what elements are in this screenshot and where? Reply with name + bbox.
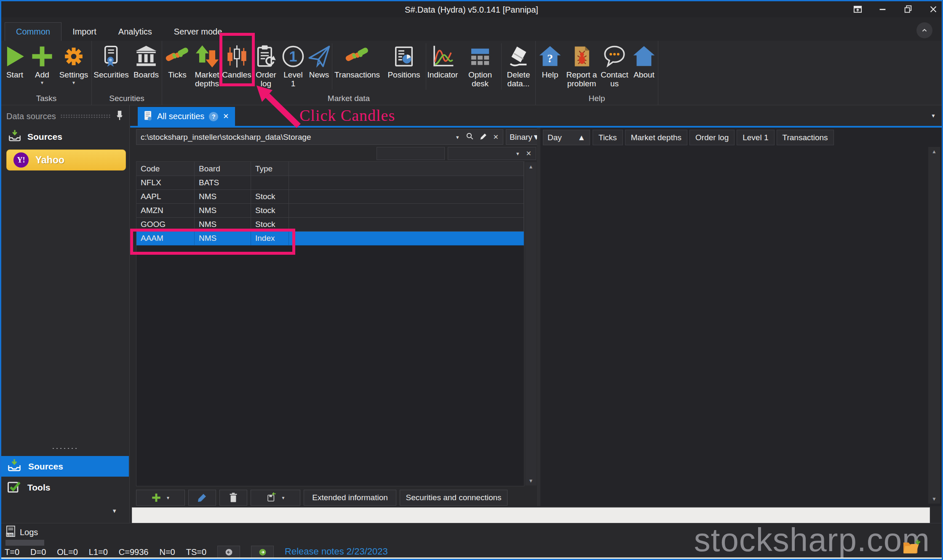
- ribbon-button-securities[interactable]: Securities: [92, 41, 131, 92]
- close-button[interactable]: [927, 4, 939, 15]
- logs-panel-header[interactable]: LOG Logs: [5, 525, 38, 539]
- ribbon-button-indicator[interactable]: Indicator: [426, 41, 459, 92]
- help-circle-icon[interactable]: ?: [209, 112, 218, 121]
- ribbon-button-option-desk[interactable]: Option desk: [459, 41, 501, 92]
- search-icon[interactable]: [466, 132, 474, 142]
- scroll-up-icon[interactable]: ▲: [529, 164, 534, 170]
- ribbon-button-label: Start: [6, 70, 23, 79]
- dropdown-arrow-icon[interactable]: ▼: [40, 80, 44, 85]
- securities-and-connections-button[interactable]: Securities and connections: [400, 490, 508, 506]
- extended-information-button[interactable]: Extended information: [304, 490, 396, 506]
- yahoo-source-button[interactable]: Y! Yahoo: [6, 149, 126, 171]
- restore-button[interactable]: [902, 4, 914, 15]
- candle-series-header-day[interactable]: Day ▲: [543, 130, 590, 145]
- table-row-aapl[interactable]: AAPLNMSStock: [136, 190, 524, 204]
- scroll-down-icon[interactable]: ▼: [529, 478, 534, 484]
- table-row-nflx[interactable]: NFLXBATS: [136, 176, 524, 190]
- column-header-type[interactable]: Type: [251, 162, 289, 176]
- add-security-button[interactable]: ▼: [136, 490, 185, 506]
- format-select[interactable]: Binary ▼: [506, 129, 540, 145]
- table-row-amzn[interactable]: AMZNNMSStock: [136, 204, 524, 218]
- ribbon-button-transactions[interactable]: Transactions: [332, 41, 382, 92]
- ribbon-button-about[interactable]: About: [630, 41, 658, 92]
- export-dropdown-icon[interactable]: ▼: [281, 496, 286, 500]
- panel-restore-icon[interactable]: [852, 4, 863, 15]
- clear-path-icon[interactable]: ✕: [493, 133, 499, 141]
- ribbon-tab-import[interactable]: Import: [61, 22, 107, 41]
- ribbon-button-delete-data[interactable]: Delete data...: [502, 41, 535, 92]
- filter-dropdown-icon[interactable]: ▼: [516, 151, 520, 156]
- scroll-back-button[interactable]: [217, 546, 240, 558]
- data-tab-order-log[interactable]: Order log: [689, 130, 735, 145]
- storage-path-input[interactable]: c:\stocksharp_insteller\stocksharp_data\…: [136, 129, 503, 145]
- export-button[interactable]: ▼: [251, 490, 300, 506]
- cell-type: Index: [251, 232, 289, 245]
- grid-vertical-scrollbar[interactable]: ▲ ▼: [525, 162, 537, 485]
- scroll-up-icon[interactable]: ▲: [932, 149, 937, 155]
- sidebar-nav-tools[interactable]: Tools: [1, 477, 129, 498]
- ribbon-button-report-a-problem[interactable]: Report a problem: [564, 41, 599, 92]
- play-icon: [3, 43, 27, 70]
- splitter-handle-dots[interactable]: [51, 447, 79, 450]
- sources-group-header[interactable]: Sources: [5, 127, 62, 147]
- pin-icon[interactable]: [115, 110, 124, 123]
- dropdown-arrow-icon[interactable]: ▼: [72, 80, 76, 85]
- pane-splitter[interactable]: [537, 128, 540, 506]
- window-controls: [852, 4, 939, 15]
- ribbon-button-order-log[interactable]: Order log: [252, 41, 280, 92]
- delete-security-button[interactable]: [219, 490, 247, 506]
- sources-group-label: Sources: [27, 132, 62, 142]
- log-file-icon: LOG: [5, 525, 16, 539]
- filter-input[interactable]: [377, 147, 445, 160]
- tabstrip-overflow-icon[interactable]: ▼: [931, 113, 936, 119]
- data-tab-ticks[interactable]: Ticks: [593, 130, 623, 145]
- cell-code: GOOG: [136, 218, 195, 232]
- ribbon-button-market-depths[interactable]: Market depths: [192, 41, 222, 92]
- table-row-aaam[interactable]: AAAMNMSIndex: [136, 232, 524, 245]
- scroll-forward-button[interactable]: [251, 546, 274, 558]
- table-row-goog[interactable]: GOOGNMSStock: [136, 218, 524, 232]
- column-header-board[interactable]: Board: [195, 162, 251, 176]
- ribbon-button-candles[interactable]: Candles: [222, 41, 252, 92]
- ribbon-button-positions[interactable]: Positions: [382, 41, 426, 92]
- ribbon-button-contact-us[interactable]: Contact us: [599, 41, 630, 92]
- ribbon-tab-analytics[interactable]: Analytics: [107, 22, 163, 41]
- open-folder-icon[interactable]: [902, 539, 921, 556]
- minimize-button[interactable]: [877, 4, 889, 15]
- column-header-code[interactable]: Code: [136, 162, 195, 176]
- scroll-down-icon[interactable]: ▼: [932, 496, 937, 502]
- ribbon-group-tasks: StartAdd▼Settings▼Tasks: [1, 41, 92, 105]
- ribbon-button-settings[interactable]: Settings▼: [56, 41, 91, 92]
- data-tab-level-1[interactable]: Level 1: [737, 130, 774, 145]
- path-dropdown-icon[interactable]: ▼: [455, 135, 460, 140]
- nav-collapse-row[interactable]: ▼: [1, 497, 129, 524]
- ribbon-button-level-1[interactable]: 1Level 1: [280, 41, 306, 92]
- filter-clear-icon[interactable]: ✕: [526, 149, 532, 157]
- ribbon-tab-common[interactable]: Common: [5, 22, 61, 41]
- ribbon-button-help[interactable]: ?Help: [536, 41, 564, 92]
- release-notes-link[interactable]: Release notes 2/23/2023: [285, 546, 388, 558]
- plus-icon: [30, 43, 54, 70]
- ribbon-collapse-button[interactable]: [916, 22, 932, 38]
- add-dropdown-icon[interactable]: ▼: [166, 496, 170, 500]
- edit-security-button[interactable]: [188, 490, 216, 506]
- ribbon-button-ticks[interactable]: Ticks: [162, 41, 192, 92]
- ribbon-tab-server-mode[interactable]: Server mode: [163, 22, 233, 41]
- panel-vertical-scrollbar[interactable]: ▲ ▼: [928, 147, 940, 504]
- sort-ascending-icon: ▲: [577, 133, 585, 142]
- ribbon-button-label: Candles: [222, 70, 251, 79]
- tab-close-icon[interactable]: ✕: [223, 112, 229, 121]
- data-tab-transactions[interactable]: Transactions: [777, 130, 834, 145]
- status-bar: T=0D=0OL=0L1=0C=9936N=0TS=0 Release note…: [5, 546, 388, 558]
- sidebar-nav-sources[interactable]: Sources: [1, 456, 129, 477]
- data-tab-market-depths[interactable]: Market depths: [625, 130, 687, 145]
- filter-select[interactable]: ▼ ✕: [448, 147, 536, 160]
- ribbon-button-start[interactable]: Start: [1, 41, 28, 92]
- ribbon-button-add[interactable]: Add▼: [28, 41, 56, 92]
- ribbon-button-news[interactable]: News: [306, 41, 332, 92]
- logs-label: Logs: [20, 528, 38, 537]
- tab-all-securities[interactable]: All securities ? ✕: [138, 107, 235, 126]
- ribbon-button-boards[interactable]: Boards: [131, 41, 162, 92]
- edit-pencil-icon[interactable]: [480, 133, 487, 142]
- optiondesk-icon: [468, 43, 492, 70]
